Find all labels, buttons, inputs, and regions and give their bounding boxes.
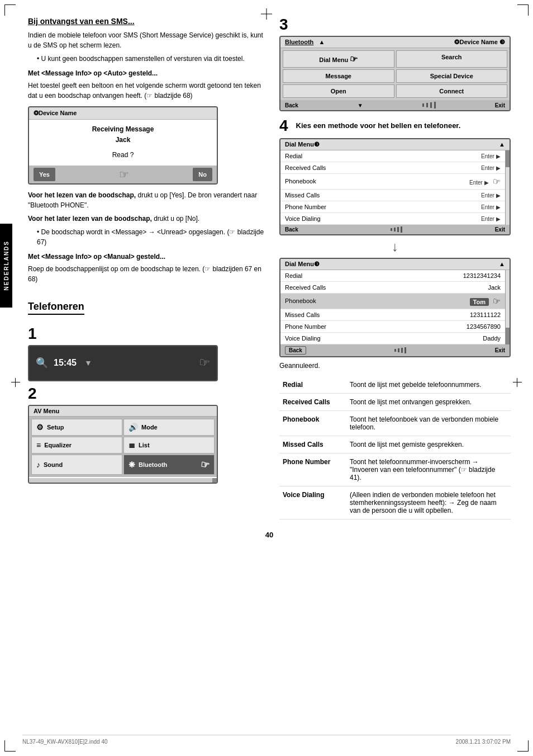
step-4-text: Kies een methode voor het bellen en tele…	[296, 120, 461, 131]
def-voice-dialing: (Alleen indien de verbonden mobiele tele…	[346, 486, 511, 519]
finger-cursor-dial2: ☞	[492, 295, 501, 306]
sms-subhead2: Met <Message Info> op <Manual> gesteld..…	[28, 252, 268, 262]
av-item-mode[interactable]: 🔊 Mode	[123, 419, 215, 436]
table-row-missed-calls: Missed Calls Toont de lijst met gemiste …	[279, 436, 511, 453]
sms-title: Bij ontvangst van een SMS...	[28, 17, 268, 26]
dial-footer-2: Back Exit	[280, 344, 510, 356]
dial-footer-1: Back Exit	[280, 225, 510, 234]
yes-button[interactable]: Yes	[34, 168, 55, 181]
dial-scrollbar-1	[505, 150, 510, 225]
sms-para1: Indien de mobiele telefoon voor SMS (Sho…	[28, 30, 268, 50]
connecting-arrow: ↓	[279, 239, 511, 254]
bt-open[interactable]: Open	[283, 84, 394, 98]
av-item-list[interactable]: ≣ List	[123, 437, 215, 453]
bt-search[interactable]: Search	[396, 50, 508, 68]
page-number: 40	[28, 531, 511, 539]
crosshair-left	[11, 378, 20, 387]
term-received-calls: Received Calls	[279, 393, 346, 410]
dial-exit-btn-1[interactable]: Exit	[495, 226, 505, 233]
dial-back-btn-1[interactable]: Back	[285, 226, 298, 233]
term-phone-number: Phone Number	[279, 453, 346, 486]
equalizer-icon: ≡	[36, 441, 41, 450]
dial-scroll-area-1: Redial Enter ▶ Received Calls Enter ▶ Ph…	[280, 150, 510, 225]
setup-icon: ⚙	[36, 423, 44, 432]
geannuleerd-text: Geannuleerd.	[279, 361, 511, 371]
bt-signal-bars	[422, 102, 436, 108]
dial-back-btn-2[interactable]: Back	[285, 346, 306, 355]
av-menu-screen: AV Menu ⚙ Setup 🔊 Mode ≡ Equ	[28, 405, 218, 484]
step-2: 2	[28, 386, 268, 401]
dial-header-2: Dial Menu ❸ ▲	[280, 259, 510, 270]
av-item-setup[interactable]: ⚙ Setup	[31, 419, 122, 436]
term-phonebook: Phonebook	[279, 410, 346, 436]
bt-connect[interactable]: Connect	[396, 84, 508, 98]
msg-screen-body: Receiving Message Jack Read ?	[29, 120, 217, 166]
dial-row-phonebook-1: Phonebook Enter ▶ ☞	[280, 174, 505, 190]
bt-special-device[interactable]: Special Device	[396, 69, 508, 83]
time-screen-arrow: ▼	[84, 358, 92, 367]
sound-icon: ♪	[36, 460, 40, 469]
av-item-sound[interactable]: ♪ Sound	[31, 455, 122, 475]
finger-cursor-bt: ☞	[349, 53, 359, 65]
sms-para3: Voor het lezen van de boodschap, drukt u…	[28, 190, 268, 210]
dial-header-1: Dial Menu ❸ ▲	[280, 139, 510, 150]
step-2-label: 2	[28, 386, 37, 401]
dial-row-phonebook-2[interactable]: Phonebook Tom ☞	[280, 294, 505, 309]
dial-signal-2	[394, 347, 406, 353]
table-row-phonebook: Phonebook Toont het telefoonboek van de …	[279, 410, 511, 436]
no-button[interactable]: No	[193, 168, 212, 181]
section-sms: Bij ontvangst van een SMS... Indien de m…	[28, 17, 268, 284]
term-redial: Redial	[279, 376, 346, 394]
dial-menu-screen-2: Dial Menu ❸ ▲ Redial 12312341234 Receive…	[279, 258, 511, 357]
bt-message[interactable]: Message	[283, 69, 394, 83]
bt-header-right: ❂Device Name ❸	[454, 39, 505, 46]
table-row-received-calls: Received Calls Toont de lijst met ontvan…	[279, 393, 511, 410]
dial-row-phone-number-2: Phone Number 1234567890	[280, 321, 505, 333]
list-icon: ≣	[129, 441, 135, 450]
step-3: 3	[279, 17, 511, 32]
sound-label: Sound	[44, 461, 63, 468]
dial-row-voice-2: Voice Dialing Daddy	[280, 333, 505, 344]
bt-back-btn[interactable]: Back	[285, 102, 298, 108]
step-1: 1	[28, 326, 268, 342]
mode-icon: 🔊	[129, 423, 138, 432]
dial-row-redial-1: Redial Enter ▶	[280, 150, 505, 162]
step-4: 4 Kies een methode voor het bellen en te…	[279, 118, 511, 135]
message-received-screen: ❂Device Name Receiving Message Jack Read…	[28, 106, 218, 185]
dial-menu-screen-1: Dial Menu ❸ ▲ Redial Enter ▶ Received Ca…	[279, 138, 511, 235]
table-row-redial: Redial Toont de lijst met gebelde telefo…	[279, 376, 511, 394]
av-menu-header: AV Menu	[29, 406, 217, 417]
bt-footer: Back ▼ Exit	[280, 100, 510, 110]
dial-scrollbar-2	[505, 270, 510, 344]
av-item-equalizer[interactable]: ≡ Equalizer	[31, 437, 122, 453]
step-1-label: 1	[28, 326, 37, 342]
dial-scrollbar-thumb-1	[506, 150, 510, 167]
term-missed-calls: Missed Calls	[279, 436, 346, 453]
dial-row-missed-1: Missed Calls Enter ▶	[280, 190, 505, 201]
dial-scroll-area-2: Redial 12312341234 Received Calls Jack P…	[280, 270, 510, 344]
def-missed-calls: Toont de lijst met gemiste gesprekken.	[346, 436, 511, 453]
dial-row-received-2: Received Calls Jack	[280, 282, 505, 294]
page-footer: NL37-49_KW-AVX810[E]2.indd 40 2008.1.21 …	[22, 735, 511, 745]
dial-content-1: Redial Enter ▶ Received Calls Enter ▶ Ph…	[280, 150, 505, 225]
msg-screen-header: ❂Device Name	[29, 107, 217, 120]
dial-exit-btn-2[interactable]: Exit	[495, 347, 505, 353]
def-redial: Toont de lijst met gebelde telefoonnumme…	[346, 376, 511, 394]
footer-right: 2008.1.21 3:07:02 PM	[456, 739, 511, 745]
sms-para4: Voor het later lezen van de boodschap, d…	[28, 214, 268, 224]
def-phone-number: Toont het telefoonnummer-invoerscherm → …	[346, 453, 511, 486]
bt-scroll-arrow: ▼	[358, 102, 363, 108]
dial-row-missed-2: Missed Calls 123111122	[280, 309, 505, 321]
av-item-bluetooth[interactable]: ❋ Bluetooth ☞	[123, 455, 215, 475]
def-received-calls: Toont de lijst met ontvangen gesprekken.	[346, 393, 511, 410]
section-telefoneren: Telefoneren 1 🔍 15:45 ▼ ☞ 2 AV Me	[28, 293, 268, 484]
description-table: Redial Toont de lijst met gebelde telefo…	[279, 376, 511, 519]
msg-screen-footer: Yes ☞ No	[29, 166, 217, 183]
finger-cursor-step1: ☞	[198, 355, 211, 371]
dial-content-2: Redial 12312341234 Received Calls Jack P…	[280, 270, 505, 344]
bt-menu-grid: Dial Menu ☞ Search Message Special Devic…	[280, 48, 510, 100]
search-label: Search	[441, 54, 462, 60]
sms-subhead1: Met <Message Info> op <Auto> gesteld...	[28, 68, 268, 78]
bt-exit-btn[interactable]: Exit	[495, 102, 505, 108]
bt-dial-menu[interactable]: Dial Menu ☞	[283, 50, 394, 68]
